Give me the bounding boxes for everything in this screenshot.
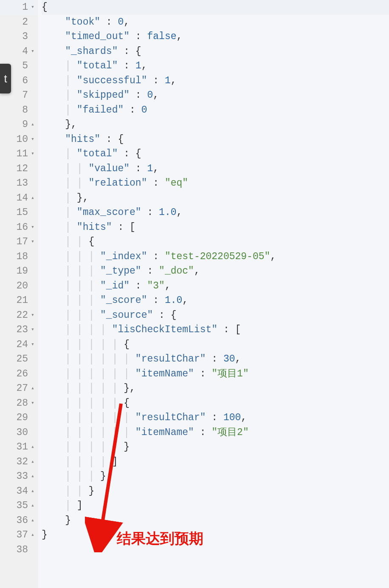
code-line[interactable]: │ "total" : 1, [42,59,389,74]
fold-toggle-icon[interactable]: ▴ [30,117,36,132]
token-punct: , [270,251,276,262]
code-line[interactable]: │ │ │ │ │ │ "resultChar" : 30, [42,352,389,367]
token-indent-guide: │ [65,207,77,218]
token-punct: : [141,207,159,218]
token-punct: , [241,412,247,423]
code-line[interactable]: │ │ │ │ │ } [42,440,389,455]
token-punct: : [ [217,324,241,335]
line-number: 33 [16,469,28,484]
code-line[interactable]: │ │ │ "_type" : "_doc", [42,264,389,279]
line-number: 25 [16,352,28,367]
token [42,236,65,247]
code-line[interactable]: │ │ │ } [42,469,389,484]
fold-toggle-icon[interactable]: ▾ [30,220,36,235]
line-number: 14 [16,191,28,206]
token-indent-guide: │ │ │ [65,471,100,482]
code-line[interactable]: │ │ "relation" : "eq" [42,176,389,191]
token-indent-guide: │ │ │ [65,310,100,321]
fold-toggle-icon[interactable]: ▴ [30,381,36,396]
code-line[interactable]: │ │ │ │ │ { [42,396,389,411]
code-line[interactable] [42,543,389,557]
token-punct: : [130,280,147,291]
code-area[interactable]: { "took" : 0, "timed_out" : false, "_sha… [38,0,389,588]
code-line[interactable]: "took" : 0, [42,15,389,30]
token-punct: { [124,339,130,350]
token-key: "relation" [88,178,147,189]
code-line[interactable]: │ │ "value" : 1, [42,161,389,176]
code-line[interactable]: │ }, [42,191,389,206]
gutter-line: 32▴ [0,455,38,469]
fold-toggle-icon[interactable]: ▾ [30,147,36,161]
code-line[interactable]: │ │ │ │ │ }, [42,381,389,396]
code-line[interactable]: "hits" : { [42,132,389,147]
code-line[interactable]: │ "total" : { [42,147,389,161]
token-punct: { [42,2,48,13]
line-number: 18 [16,249,28,264]
line-number: 7 [22,88,28,103]
token-key: "timed_out" [65,31,130,42]
fold-toggle-icon[interactable]: ▴ [30,440,36,455]
fold-toggle-icon[interactable]: ▴ [30,484,36,499]
code-line[interactable]: │ │ │ │ │ │ "itemName" : "项目1" [42,367,389,382]
fold-toggle-icon[interactable]: ▴ [30,528,36,543]
code-line[interactable]: │ │ │ "_source" : { [42,308,389,323]
token [42,339,65,350]
fold-toggle-icon[interactable]: ▴ [30,191,36,206]
code-line[interactable]: │ "failed" : 0 [42,103,389,118]
code-line[interactable]: │ │ │ "_score" : 1.0, [42,293,389,308]
code-line[interactable]: } [42,513,389,528]
token-num: 1.0 [159,207,176,218]
code-line[interactable]: │ "skipped" : 0, [42,88,389,103]
fold-toggle-icon[interactable]: ▾ [30,44,36,59]
line-number: 11 [16,147,28,161]
token-kw: false [147,31,176,42]
code-line[interactable]: │ │ │ │ "lisCheckItemList" : [ [42,322,389,337]
token-indent-guide: │ │ [65,236,88,247]
code-line[interactable]: │ │ │ │ │ │ "itemName" : "项目2" [42,425,389,440]
line-number: 29 [16,410,28,425]
fold-toggle-icon[interactable]: ▾ [30,396,36,411]
token-indent-guide: │ │ │ │ │ [65,383,124,394]
code-line[interactable]: │ "successful" : 1, [42,74,389,88]
fold-toggle-icon[interactable]: ▴ [30,498,36,513]
fold-toggle-icon[interactable]: ▾ [30,0,36,15]
token [42,486,65,497]
code-line[interactable]: │ │ │ │ │ { [42,337,389,352]
code-line[interactable]: │ │ │ │ │ │ "resultChar" : 100, [42,410,389,425]
code-line[interactable]: │ │ │ "_id" : "3", [42,279,389,294]
token [42,207,65,218]
code-line[interactable]: │ │ { [42,235,389,249]
fold-toggle-icon[interactable]: ▾ [30,322,36,337]
code-line[interactable]: }, [42,117,389,132]
line-number: 27 [16,381,28,396]
code-line[interactable]: { [42,0,389,15]
fold-toggle-icon[interactable]: ▾ [30,308,36,323]
token-indent-guide: │ │ │ │ [65,324,112,335]
fold-toggle-icon[interactable]: ▴ [30,455,36,469]
token [42,222,65,233]
fold-toggle-icon[interactable]: ▾ [30,132,36,147]
token-indent-guide: │ │ │ │ [65,456,112,467]
code-line[interactable]: │ │ │ │ ] [42,455,389,469]
token-key: "hits" [77,222,112,233]
gutter-line: 13 [0,176,38,191]
fold-toggle-icon[interactable]: ▾ [30,235,36,249]
code-editor[interactable]: 1▾234▾56789▴10▾11▾121314▴1516▾17▾1819202… [0,0,389,588]
code-line[interactable]: } [42,528,389,543]
token [42,324,65,335]
fold-toggle-icon[interactable]: ▴ [30,513,36,528]
token-punct: } [124,441,130,452]
gutter-line: 25 [0,352,38,367]
token [42,192,65,204]
line-number: 2 [22,15,28,30]
gutter-line: 24▾ [0,337,38,352]
code-line[interactable]: "_shards" : { [42,44,389,59]
code-line[interactable]: "timed_out" : false, [42,29,389,44]
fold-toggle-icon[interactable]: ▾ [30,337,36,352]
fold-toggle-icon[interactable]: ▴ [30,469,36,484]
code-line[interactable]: │ "hits" : [ [42,220,389,235]
code-line[interactable]: │ │ │ "_index" : "test-20220529-05", [42,249,389,264]
code-line[interactable]: │ ] [42,498,389,513]
code-line[interactable]: │ "max_score" : 1.0, [42,205,389,220]
code-line[interactable]: │ │ } [42,484,389,499]
